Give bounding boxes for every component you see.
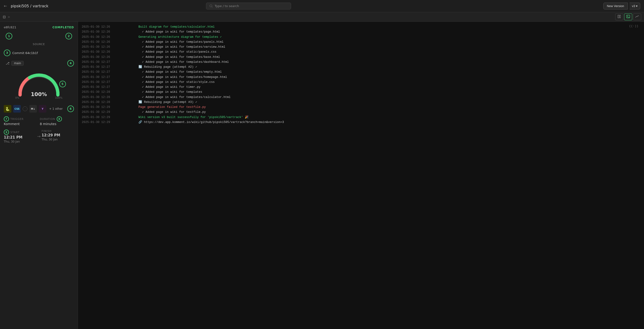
log-timestamp: 2025-01-30 12:26 [82, 35, 117, 40]
trigger-label-row: 7 TRIGGER [4, 116, 38, 122]
log-timestamp: 2025-01-30 12:29 [82, 110, 117, 115]
log-line: 2025-01-30 12:28 ✓ Added page in wiki fo… [82, 90, 640, 95]
terminal-icon [626, 15, 630, 18]
log-message: ✓ Added page in wiki for templates [138, 90, 202, 95]
log-line: 2025-01-30 12:27 🔄 Rebuilding page (atte… [82, 65, 640, 70]
log-message: ✓ Added page in wiki for templates/homep… [138, 75, 227, 80]
repo-title: pipski505 / vartrack [11, 4, 48, 8]
terminal-view-button[interactable] [624, 13, 632, 20]
step-9-circle: 9 [4, 130, 9, 135]
duration-cell: DURATION 8 8 minutes [40, 116, 74, 126]
log-message: ✓ Added page in wiki for testfile.py [138, 110, 206, 115]
log-commit [117, 60, 138, 65]
secondary-nav: ⊡ > [0, 12, 644, 22]
step-4-circle: 4 [67, 60, 74, 66]
log-timestamp: 2025-01-30 12:26 [82, 24, 117, 29]
monitor-icon: ⊡ [3, 15, 6, 19]
finish-date: Thu, 30 Jan [42, 138, 74, 141]
view-toggle-group [615, 13, 641, 20]
source-label: SOURCE [4, 43, 74, 46]
new-version-button[interactable]: New Version [603, 2, 628, 9]
duration-value: 8 minutes [40, 122, 74, 126]
log-message: Page generation failed for testfile.py [138, 105, 206, 110]
log-timestamp: 2025-01-30 12:26 [82, 40, 117, 45]
log-commit [117, 24, 138, 29]
duration-label-row: DURATION 8 [40, 116, 74, 122]
commit-text: Commit 64c1b1f [12, 51, 38, 55]
step-1-circle: 1 [6, 33, 12, 39]
search-icon [210, 4, 213, 8]
step-5-wrap: 5 [59, 81, 66, 87]
log-commit [117, 105, 138, 110]
branch-name: main [11, 61, 24, 66]
version-dropdown-button[interactable]: v3 ▾ [630, 2, 640, 9]
svg-rect-4 [626, 15, 630, 18]
trigger-value: Komment [4, 122, 38, 126]
gauge-percent-label: 100% [31, 91, 47, 97]
log-commit [117, 100, 138, 105]
chart-view-button[interactable] [633, 13, 641, 20]
log-commit [117, 75, 138, 80]
commit-row: 3 Commit 64c1b1f [4, 49, 74, 56]
log-line: 2025-01-30 12:26 ✓ Added page in wiki fo… [82, 40, 640, 45]
step-6-circle: 6 [67, 105, 74, 112]
plus-other-label: + 1 other [49, 107, 62, 110]
log-line: 2025-01-30 12:29 Wiki version v3 built s… [82, 115, 640, 120]
log-message: 🔄 Rebuilding page (attempt #3) ✓ [138, 100, 197, 105]
log-line: 2025-01-30 12:26 ✓ Added page in wiki fo… [82, 45, 640, 49]
css-file-icon: CSS [13, 105, 21, 113]
step-3-circle: 3 [4, 49, 10, 56]
log-commit [117, 70, 138, 75]
chart-icon [635, 15, 639, 18]
top-right-actions: New Version v3 ▾ [603, 2, 640, 9]
search-bar[interactable]: Type / to search [206, 2, 291, 9]
svg-line-1 [212, 6, 212, 7]
start-label-row: 9 START [4, 130, 36, 135]
trigger-label: TRIGGER [10, 117, 24, 121]
start-time: 12:21 PM [4, 135, 36, 139]
back-button[interactable]: ← [4, 4, 7, 8]
log-message: ✓ Added page in wiki for templates/page.… [138, 29, 220, 34]
log-commit [117, 90, 138, 95]
log-line: 2025-01-30 12:27 ✓ Added page in wiki fo… [82, 80, 640, 85]
log-timestamp: 2025-01-30 12:29 [82, 105, 117, 110]
log-message: ✓ Added page in wiki for timer.py [138, 85, 200, 90]
step-2-circle: 2 [66, 33, 72, 39]
gauge-container: 100% 5 0% 100% [4, 71, 74, 99]
log-message: 🔗 https://dev.app.komment.io/wiki/github… [138, 120, 284, 125]
log-line: 2025-01-30 12:27 ✓ Added page in wiki fo… [82, 60, 640, 65]
log-commit [117, 35, 138, 40]
log-line: 2025-01-30 12:26 ✓ Added page in wiki fo… [82, 49, 640, 54]
log-message: ✓ Added page in wiki for templates/calcu… [138, 95, 230, 100]
log-timestamp: 2025-01-30 12:27 [82, 85, 117, 90]
log-message: Generating architecture diagram for temp… [138, 35, 222, 40]
step-7-circle: 7 [4, 116, 9, 122]
log-commit [117, 110, 138, 115]
log-message: ✓ Added page in wiki for templates/varvi… [138, 45, 226, 49]
log-line: 2025-01-30 12:29 ✓ Added page in wiki fo… [82, 110, 640, 115]
log-timestamp: 2025-01-30 12:29 [82, 115, 117, 120]
log-timestamp: 2025-01-30 12:26 [82, 45, 117, 49]
step-nodes-row: 1 2 [4, 33, 74, 39]
log-panel[interactable]: ((·)) 2025-01-30 12:26 Built diagram for… [78, 22, 644, 329]
log-timestamp: 2025-01-30 12:27 [82, 65, 117, 70]
log-message: ✓ Added page in wiki for templates/panel… [138, 40, 224, 45]
log-message: ✓ Added page in wiki for static/style.cs… [138, 80, 215, 85]
log-timestamp: 2025-01-30 12:28 [82, 100, 117, 105]
log-line: 2025-01-30 12:27 ✓ Added page in wiki fo… [82, 75, 640, 80]
log-commit [117, 85, 138, 90]
file-icons-row: 🐍 CSS · M↓ Y + 1 other 6 [4, 105, 74, 113]
status-badge: COMPLETED [52, 26, 74, 29]
commit-id: e8fc821 [4, 25, 16, 29]
log-message: 🔄 Rebuilding page (attempt #2) ✓ [138, 65, 197, 70]
time-grid: 9 START 12:21 PM Thu, 30 Jan → FINISH 12… [4, 130, 74, 143]
log-commit [117, 49, 138, 54]
wifi-icon: ((·)) [629, 23, 638, 29]
log-timestamp: 2025-01-30 12:27 [82, 60, 117, 65]
finish-time: 12:29 PM [42, 133, 74, 137]
book-view-button[interactable] [615, 13, 623, 20]
log-timestamp: 2025-01-30 12:28 [82, 95, 117, 100]
log-timestamp: 2025-01-30 12:26 [82, 55, 117, 60]
log-timestamp: 2025-01-30 12:26 [82, 49, 117, 54]
log-line: 2025-01-30 12:29 Page generation failed … [82, 105, 640, 110]
